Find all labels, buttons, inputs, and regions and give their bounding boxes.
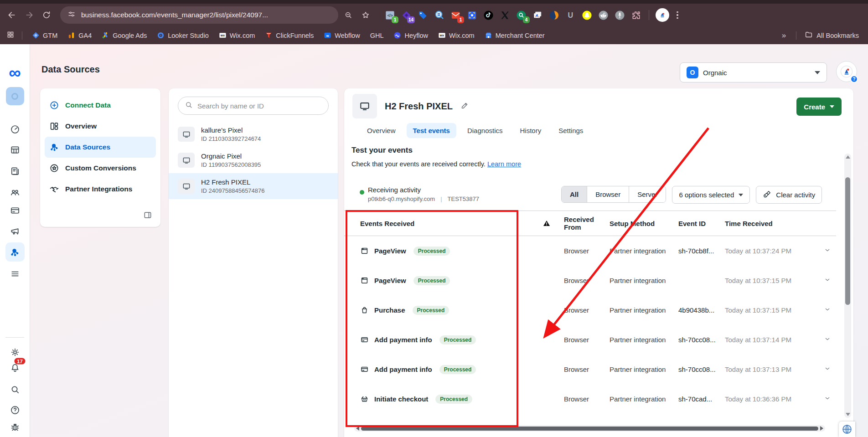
- rail-item-dashboard[interactable]: [10, 124, 20, 134]
- mail-tracker-extension-icon[interactable]: 1: [450, 9, 462, 21]
- sidebar-item-connect-data[interactable]: Connect Data: [45, 95, 156, 116]
- rail-item-billing[interactable]: [10, 206, 20, 216]
- keyword-tool-extension-icon[interactable]: 4: [515, 9, 527, 21]
- table-row[interactable]: PageViewProcessedBrowserPartner integrat…: [344, 236, 836, 266]
- bookmark-clickfunnels[interactable]: ClickFunnels: [261, 30, 318, 41]
- chevron-down-icon[interactable]: [824, 306, 842, 314]
- chevron-down-icon[interactable]: [824, 395, 842, 403]
- forward-icon[interactable]: [22, 8, 36, 22]
- rail-item-search[interactable]: [10, 385, 20, 395]
- bookmark-heyflow[interactable]: Heyflow: [389, 30, 432, 41]
- segment-server[interactable]: Server: [629, 186, 666, 202]
- tab-test-events[interactable]: Test events: [407, 123, 456, 138]
- extensions-puzzle-extension-icon[interactable]: [630, 9, 642, 21]
- scroll-up-icon[interactable]: [846, 155, 850, 159]
- bookmark-wix-com[interactable]: WIXWix.com: [215, 30, 259, 41]
- chevron-down-icon[interactable]: [824, 335, 842, 344]
- zoom-icon[interactable]: [341, 8, 356, 22]
- all-bookmarks-button[interactable]: All Bookmarks: [802, 31, 862, 40]
- sidebar-item-custom-conversions[interactable]: Custom Conversions: [45, 158, 156, 179]
- swirl-app-extension-icon[interactable]: [548, 9, 560, 21]
- u-letter-extension-icon[interactable]: U: [564, 9, 577, 21]
- segment-all[interactable]: All: [562, 186, 587, 202]
- tab-diagnostics[interactable]: Diagnostics: [461, 123, 509, 138]
- scroll-down-icon[interactable]: [846, 413, 850, 416]
- apps-grid-icon[interactable]: [6, 31, 15, 41]
- business-selector[interactable]: O Orgnaic: [680, 62, 827, 82]
- business-avatar-tile[interactable]: [6, 87, 24, 105]
- bookmark-google-ads[interactable]: Google Ads: [98, 30, 151, 41]
- sidebar-item-partner-integrations[interactable]: Partner Integrations: [45, 179, 156, 200]
- rail-item-data-sources[interactable]: [5, 242, 25, 262]
- rail-item-menu[interactable]: [10, 269, 20, 279]
- pixel-search-input[interactable]: [197, 102, 322, 110]
- chevron-down-icon[interactable]: [824, 276, 842, 285]
- learn-more-link[interactable]: Learn more: [487, 160, 521, 168]
- reddit-extension-icon[interactable]: [597, 9, 610, 21]
- pixel-list-item[interactable]: kallure's PixelID 2110303392724674: [169, 121, 338, 147]
- pixel-list-item[interactable]: H2 Fresh PIXELID 24097588456574876: [169, 173, 338, 199]
- bookmark-ga4[interactable]: GA4: [63, 30, 96, 41]
- code-helper-extension-icon[interactable]: </>1: [384, 9, 396, 21]
- tiktok-extension-icon[interactable]: [482, 9, 495, 21]
- bookmark-wix-com[interactable]: WIXWix.com: [434, 30, 479, 41]
- event-options-dropdown[interactable]: 6 options selected: [672, 186, 750, 204]
- pin-app-extension-icon[interactable]: [614, 9, 626, 21]
- create-button[interactable]: Create: [796, 98, 842, 116]
- vertical-scroll-thumb[interactable]: [845, 177, 850, 305]
- seo-inspector-extension-icon[interactable]: [433, 9, 445, 21]
- site-settings-icon[interactable]: [67, 10, 76, 20]
- tag-assistant-extension-icon[interactable]: [417, 9, 429, 21]
- scroll-left-icon[interactable]: [356, 426, 359, 431]
- reload-icon[interactable]: [39, 8, 54, 22]
- tab-overview[interactable]: Overview: [361, 123, 402, 138]
- screen-frame-extension-icon[interactable]: [466, 9, 478, 21]
- pixel-search[interactable]: [178, 97, 329, 115]
- horizontal-scroll-thumb[interactable]: [361, 427, 818, 431]
- bookmark-looker-studio[interactable]: Looker Studio: [153, 30, 212, 41]
- chevron-down-icon[interactable]: [824, 247, 842, 255]
- chrome-windows-extension-icon[interactable]: [532, 9, 544, 21]
- horizontal-scrollbar[interactable]: [354, 425, 825, 432]
- rail-item-pages[interactable]: [10, 166, 20, 177]
- table-row[interactable]: PageViewProcessedBrowserPartner integrat…: [344, 266, 836, 295]
- rail-item-audiences[interactable]: [10, 187, 20, 198]
- chevron-down-icon[interactable]: [824, 365, 842, 374]
- pixel-helper-extension-icon[interactable]: 14: [400, 9, 413, 21]
- segment-browser[interactable]: Browser: [587, 186, 629, 202]
- edit-icon[interactable]: [460, 101, 469, 112]
- rail-item-help[interactable]: [10, 405, 20, 416]
- url-text[interactable]: business.facebook.com/events_manager2/li…: [81, 11, 268, 19]
- meta-logo[interactable]: ∞: [9, 64, 21, 81]
- back-icon[interactable]: [5, 8, 19, 22]
- bookmark-webflow[interactable]: wWebflow: [320, 30, 364, 41]
- sidebar-item-data-sources[interactable]: Data Sources: [45, 137, 156, 158]
- bookmark-gtm[interactable]: GTM: [28, 30, 62, 41]
- table-row[interactable]: PurchaseProcessedBrowserPartner integrat…: [344, 295, 836, 325]
- rail-item-notifications[interactable]: 17: [10, 363, 20, 373]
- browser-menu-icon[interactable]: [672, 11, 683, 19]
- bookmarks-overflow-chevron[interactable]: »: [777, 31, 790, 40]
- sidebar-item-overview[interactable]: Overview: [45, 116, 156, 137]
- bookmark-star-icon[interactable]: [358, 8, 373, 22]
- bookmark-ghl[interactable]: GHL: [366, 31, 388, 41]
- x-twitter-extension-icon[interactable]: [499, 9, 511, 21]
- browser-profile-avatar[interactable]: [656, 8, 669, 22]
- table-row[interactable]: Add payment infoProcessedBrowserPartner …: [344, 325, 836, 355]
- table-row[interactable]: Initiate checkoutProcessedBrowserPartner…: [344, 384, 836, 414]
- vertical-scrollbar[interactable]: [844, 154, 851, 418]
- rail-item-advertise[interactable]: [10, 226, 20, 236]
- collapse-panel-icon[interactable]: [143, 211, 152, 221]
- rail-item-settings[interactable]: [10, 347, 20, 358]
- account-avatar[interactable]: ?: [836, 61, 857, 82]
- tab-history[interactable]: History: [514, 123, 548, 138]
- rail-item-report-bug[interactable]: [10, 422, 20, 432]
- scroll-right-icon[interactable]: [820, 426, 823, 431]
- address-bar[interactable]: business.facebook.com/events_manager2/li…: [60, 6, 338, 24]
- clear-activity-button[interactable]: Clear activity: [756, 186, 822, 204]
- tab-settings[interactable]: Settings: [552, 123, 589, 138]
- snapchat-extension-icon[interactable]: [581, 9, 593, 21]
- table-row[interactable]: Add payment infoProcessedBrowserPartner …: [344, 355, 836, 384]
- pixel-list-item[interactable]: Orgnaic PixelID 1199037562008395: [169, 147, 338, 173]
- bookmark-merchant-center[interactable]: Merchant Center: [480, 30, 549, 41]
